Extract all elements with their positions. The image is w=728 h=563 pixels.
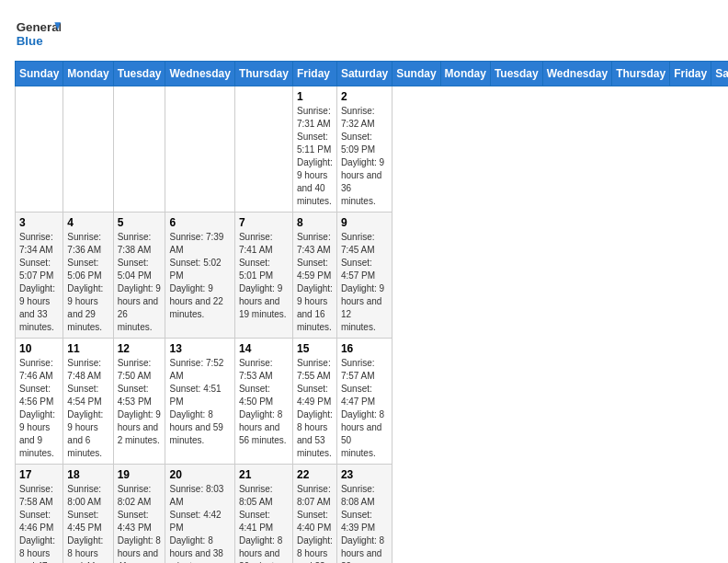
calendar-cell: 20Sunrise: 8:03 AM Sunset: 4:42 PM Dayli…	[165, 465, 234, 564]
calendar-cell: 2Sunrise: 7:32 AM Sunset: 5:09 PM Daylig…	[336, 86, 392, 213]
calendar-cell: 22Sunrise: 8:07 AM Sunset: 4:40 PM Dayli…	[292, 465, 336, 564]
calendar-table: SundayMondayTuesdayWednesdayThursdayFrid…	[15, 61, 728, 563]
header: General Blue	[15, 15, 713, 52]
day-header: Tuesday	[490, 62, 542, 86]
day-number: 7	[239, 216, 289, 229]
calendar-cell: 4Sunrise: 7:36 AM Sunset: 5:06 PM Daylig…	[63, 213, 113, 339]
day-header: Friday	[670, 62, 711, 86]
day-header-tuesday: Tuesday	[113, 62, 165, 86]
calendar-cell: 21Sunrise: 8:05 AM Sunset: 4:41 PM Dayli…	[234, 465, 292, 564]
calendar-week-1: 3Sunrise: 7:34 AM Sunset: 5:07 PM Daylig…	[16, 213, 729, 339]
day-info: Sunrise: 7:57 AM Sunset: 4:47 PM Dayligh…	[341, 357, 388, 460]
day-number: 1	[297, 90, 333, 103]
day-number: 21	[239, 468, 289, 481]
day-header-monday: Monday	[63, 62, 113, 86]
calendar-cell	[63, 86, 113, 213]
day-info: Sunrise: 8:07 AM Sunset: 4:40 PM Dayligh…	[297, 483, 333, 563]
calendar-cell	[113, 86, 165, 213]
day-number: 9	[341, 216, 388, 229]
day-header-sunday: Sunday	[16, 62, 63, 86]
day-number: 15	[297, 342, 333, 355]
day-number: 8	[297, 216, 333, 229]
day-header-thursday: Thursday	[234, 62, 292, 86]
calendar-week-2: 10Sunrise: 7:46 AM Sunset: 4:56 PM Dayli…	[16, 339, 729, 465]
day-info: Sunrise: 8:02 AM Sunset: 4:43 PM Dayligh…	[118, 483, 162, 563]
calendar-header-row: SundayMondayTuesdayWednesdayThursdayFrid…	[16, 62, 729, 86]
day-info: Sunrise: 7:38 AM Sunset: 5:04 PM Dayligh…	[118, 231, 162, 334]
day-header: Sunday	[392, 62, 440, 86]
day-info: Sunrise: 7:58 AM Sunset: 4:46 PM Dayligh…	[19, 483, 59, 563]
calendar-cell	[234, 86, 292, 213]
calendar-cell: 23Sunrise: 8:08 AM Sunset: 4:39 PM Dayli…	[336, 465, 392, 564]
calendar-cell: 16Sunrise: 7:57 AM Sunset: 4:47 PM Dayli…	[336, 339, 392, 465]
day-info: Sunrise: 7:52 AM Sunset: 4:51 PM Dayligh…	[169, 357, 230, 447]
day-header-friday: Friday	[292, 62, 336, 86]
day-number: 14	[239, 342, 289, 355]
calendar-cell: 10Sunrise: 7:46 AM Sunset: 4:56 PM Dayli…	[16, 339, 63, 465]
calendar-cell: 12Sunrise: 7:50 AM Sunset: 4:53 PM Dayli…	[113, 339, 165, 465]
calendar-cell	[165, 86, 234, 213]
logo-icon: General Blue	[15, 15, 61, 52]
day-info: Sunrise: 7:36 AM Sunset: 5:06 PM Dayligh…	[67, 231, 108, 334]
day-info: Sunrise: 7:55 AM Sunset: 4:49 PM Dayligh…	[297, 357, 333, 460]
day-info: Sunrise: 7:43 AM Sunset: 4:59 PM Dayligh…	[297, 231, 333, 334]
day-info: Sunrise: 8:03 AM Sunset: 4:42 PM Dayligh…	[169, 483, 230, 563]
day-number: 18	[67, 468, 108, 481]
logo: General Blue	[15, 15, 61, 52]
calendar-cell: 17Sunrise: 7:58 AM Sunset: 4:46 PM Dayli…	[16, 465, 63, 564]
day-number: 2	[341, 90, 388, 103]
calendar-cell: 1Sunrise: 7:31 AM Sunset: 5:11 PM Daylig…	[292, 86, 336, 213]
calendar-cell: 6Sunrise: 7:39 AM Sunset: 5:02 PM Daylig…	[165, 213, 234, 339]
day-number: 16	[341, 342, 388, 355]
day-number: 17	[19, 468, 59, 481]
day-info: Sunrise: 7:39 AM Sunset: 5:02 PM Dayligh…	[169, 231, 230, 321]
day-info: Sunrise: 8:08 AM Sunset: 4:39 PM Dayligh…	[341, 483, 388, 563]
calendar-cell	[16, 86, 63, 213]
day-info: Sunrise: 7:45 AM Sunset: 4:57 PM Dayligh…	[341, 231, 388, 334]
svg-text:General: General	[17, 20, 61, 34]
calendar-week-3: 17Sunrise: 7:58 AM Sunset: 4:46 PM Dayli…	[16, 465, 729, 564]
calendar-cell: 7Sunrise: 7:41 AM Sunset: 5:01 PM Daylig…	[234, 213, 292, 339]
day-header-wednesday: Wednesday	[165, 62, 234, 86]
day-number: 20	[169, 468, 230, 481]
calendar-week-0: 1Sunrise: 7:31 AM Sunset: 5:11 PM Daylig…	[16, 86, 729, 213]
day-number: 22	[297, 468, 333, 481]
day-info: Sunrise: 7:53 AM Sunset: 4:50 PM Dayligh…	[239, 357, 289, 447]
day-info: Sunrise: 7:46 AM Sunset: 4:56 PM Dayligh…	[19, 357, 59, 460]
day-number: 10	[19, 342, 59, 355]
calendar-cell: 19Sunrise: 8:02 AM Sunset: 4:43 PM Dayli…	[113, 465, 165, 564]
calendar-cell: 14Sunrise: 7:53 AM Sunset: 4:50 PM Dayli…	[234, 339, 292, 465]
day-info: Sunrise: 7:41 AM Sunset: 5:01 PM Dayligh…	[239, 231, 289, 321]
day-header: Wednesday	[542, 62, 611, 86]
calendar-cell: 5Sunrise: 7:38 AM Sunset: 5:04 PM Daylig…	[113, 213, 165, 339]
day-number: 11	[67, 342, 108, 355]
day-header: Saturday	[711, 62, 728, 86]
day-number: 13	[169, 342, 230, 355]
day-info: Sunrise: 7:32 AM Sunset: 5:09 PM Dayligh…	[341, 105, 388, 208]
day-number: 19	[118, 468, 162, 481]
day-number: 12	[118, 342, 162, 355]
calendar-cell: 8Sunrise: 7:43 AM Sunset: 4:59 PM Daylig…	[292, 213, 336, 339]
day-number: 3	[19, 216, 59, 229]
day-number: 5	[118, 216, 162, 229]
day-info: Sunrise: 8:05 AM Sunset: 4:41 PM Dayligh…	[239, 483, 289, 563]
calendar-cell: 18Sunrise: 8:00 AM Sunset: 4:45 PM Dayli…	[63, 465, 113, 564]
calendar-cell: 11Sunrise: 7:48 AM Sunset: 4:54 PM Dayli…	[63, 339, 113, 465]
calendar-cell: 13Sunrise: 7:52 AM Sunset: 4:51 PM Dayli…	[165, 339, 234, 465]
day-number: 6	[169, 216, 230, 229]
day-info: Sunrise: 8:00 AM Sunset: 4:45 PM Dayligh…	[67, 483, 108, 563]
day-number: 23	[341, 468, 388, 481]
calendar-cell: 9Sunrise: 7:45 AM Sunset: 4:57 PM Daylig…	[336, 213, 392, 339]
day-header: Thursday	[612, 62, 670, 86]
day-info: Sunrise: 7:50 AM Sunset: 4:53 PM Dayligh…	[118, 357, 162, 447]
day-header: Monday	[440, 62, 490, 86]
day-info: Sunrise: 7:31 AM Sunset: 5:11 PM Dayligh…	[297, 105, 333, 208]
svg-text:Blue: Blue	[17, 34, 43, 48]
calendar-cell: 3Sunrise: 7:34 AM Sunset: 5:07 PM Daylig…	[16, 213, 63, 339]
day-info: Sunrise: 7:48 AM Sunset: 4:54 PM Dayligh…	[67, 357, 108, 460]
day-number: 4	[67, 216, 108, 229]
calendar-cell: 15Sunrise: 7:55 AM Sunset: 4:49 PM Dayli…	[292, 339, 336, 465]
day-info: Sunrise: 7:34 AM Sunset: 5:07 PM Dayligh…	[19, 231, 59, 334]
day-header-saturday: Saturday	[336, 62, 392, 86]
